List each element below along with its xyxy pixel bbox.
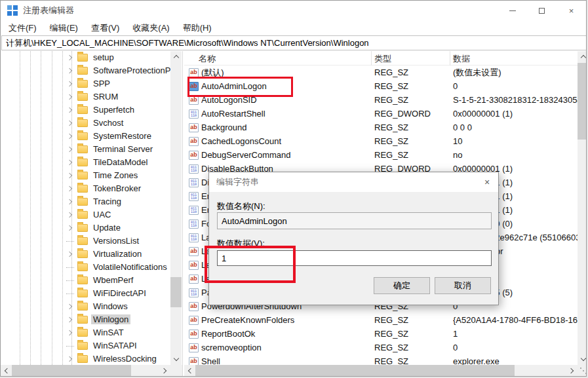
tree-item-label: WiFiDirectAPI [91,288,148,298]
chevron-down-icon [173,356,178,361]
scroll-left-button[interactable] [184,365,195,376]
menu-item-edit[interactable]: 编辑(E) [43,20,85,35]
chevron-right-icon[interactable] [67,330,72,335]
ok-button[interactable]: 确定 [374,277,430,294]
registry-value-row[interactable]: abCachedLogonsCountREG_SZ10 [184,134,578,148]
tree-item-winlogon[interactable]: Winlogon [1,313,170,326]
tree-item-wirelessdocking[interactable]: WirelessDocking [1,352,170,366]
menu-item-view[interactable]: 查看(V) [85,20,126,35]
tree-horizontal-scrollbar[interactable] [1,365,170,376]
chevron-right-icon[interactable] [67,173,72,178]
menu-item-favorites[interactable]: 收藏夹(A) [126,20,176,35]
scroll-left-button[interactable] [1,365,12,376]
menu-item-file[interactable]: 文件(F) [2,20,43,35]
column-separator[interactable] [371,51,372,66]
string-value-icon: ab [189,302,199,311]
close-button[interactable]: × [557,1,586,20]
tree-item-terminal-server[interactable]: Terminal Server [1,143,170,156]
chevron-right-icon[interactable] [67,94,72,100]
tree-item-update[interactable]: Update [1,221,170,235]
tree-item-srum[interactable]: SRUM [1,90,170,104]
registry-value-row[interactable]: abDebugServerCommandREG_SZno [184,148,578,162]
registry-editor-app-icon [7,5,18,16]
chevron-right-icon[interactable] [67,212,72,217]
address-bar-input[interactable] [1,35,587,50]
resize-grip[interactable] [578,365,586,376]
registry-value-row[interactable]: abReportBootOkREG_SZ1 [184,327,578,341]
chevron-right-icon[interactable] [67,160,72,165]
scroll-up-button[interactable] [578,51,586,62]
value-type: REG_SZ [374,136,453,146]
cancel-button[interactable]: 取消 [435,277,491,294]
chevron-right-icon[interactable] [67,186,72,191]
folder-icon [77,290,88,297]
menu-item-help[interactable]: 帮助(H) [176,20,218,35]
chevron-right-icon[interactable] [67,107,72,113]
tree-item-wifidirectapi[interactable]: WiFiDirectAPI [1,287,170,300]
scroll-down-button[interactable] [170,354,182,365]
tree-item-time-zones[interactable]: Time Zones [1,169,170,182]
registry-value-row[interactable]: abscremoveoptionREG_SZ0 [184,341,578,354]
chevron-right-icon[interactable] [67,304,72,309]
tree-item-wbemperf[interactable]: WbemPerf [1,274,170,287]
title-bar: 注册表编辑器 × [1,1,586,20]
chevron-right-icon[interactable] [67,252,72,257]
tree-item-winsat[interactable]: WinSAT [1,326,170,339]
list-vscroll-thumb[interactable] [578,63,586,140]
tree-item-versionslist[interactable]: VersionsList [1,235,170,248]
tree-item-spp[interactable]: SPP [1,77,170,90]
chevron-right-icon[interactable] [67,356,72,362]
tree-vertical-scrollbar[interactable] [170,51,182,365]
registry-value-row[interactable]: 011 110AutoRestartShellREG_DWORD0x000000… [184,107,578,121]
folder-icon [77,211,88,219]
tree-item-label: setup [91,52,116,62]
list-horizontal-scrollbar[interactable] [184,365,578,376]
chevron-right-icon[interactable] [67,121,72,126]
chevron-right-icon[interactable] [67,317,72,322]
tree-item-softwareprotectionplatform[interactable]: SoftwareProtectionPlatform [1,64,170,77]
list-vertical-scrollbar[interactable] [578,51,586,365]
maximize-button[interactable] [527,1,557,20]
registry-value-row[interactable]: abBackgroundREG_SZ0 0 0 [184,121,578,134]
chevron-right-icon[interactable] [67,134,72,139]
tree-item-tokenbroker[interactable]: TokenBroker [1,182,170,195]
scroll-right-button[interactable] [566,365,578,376]
folder-icon [77,355,88,363]
list-hscroll-thumb[interactable] [195,365,515,376]
tree-item-systemrestore[interactable]: SystemRestore [1,130,170,143]
tree-item-label: SystemRestore [91,131,153,141]
tree-vscroll-thumb[interactable] [170,277,182,307]
scroll-right-button[interactable] [159,365,170,376]
tree-item-winsatapi[interactable]: WinSATAPI [1,339,170,352]
column-separator[interactable] [450,51,450,66]
tree-item-uac[interactable]: UAC [1,208,170,221]
folder-icon [77,329,88,337]
string-value-icon: ab [189,68,199,77]
value-name-field[interactable] [217,212,492,229]
chevron-right-icon[interactable] [67,81,72,86]
chevron-right-icon[interactable] [67,225,72,231]
value-name: DebugServerCommand [201,150,374,160]
tree-item-setup[interactable]: setup [1,51,170,64]
chevron-right-icon[interactable] [67,199,72,204]
chevron-right-icon[interactable] [67,147,72,152]
tree-item-svchost[interactable]: Svchost [1,117,170,130]
registry-value-row[interactable]: abPreCreateKnownFoldersREG_SZ{A520A1A4-1… [184,313,578,327]
minimize-button[interactable] [498,1,527,20]
scroll-up-button[interactable] [170,51,182,62]
tree-item-tiledatamodel[interactable]: TileDataModel [1,156,170,169]
column-header-data[interactable]: 数据 [453,53,470,65]
dword-value-icon: 011 110 [189,164,199,174]
tree-item-virtualization[interactable]: Virtualization [1,248,170,261]
tree-item-superfetch[interactable]: Superfetch [1,104,170,117]
chevron-right-icon[interactable] [67,68,72,73]
column-header-type[interactable]: 类型 [374,53,391,65]
dialog-close-button[interactable]: × [476,172,498,192]
tree-item-windows[interactable]: Windows [1,300,170,313]
chevron-right-icon[interactable] [67,55,72,60]
tree-item-tracing[interactable]: Tracing [1,195,170,208]
scroll-down-button[interactable] [578,354,586,365]
column-header-name[interactable]: 名称 [199,53,216,65]
tree-item-volatilenotifications[interactable]: VolatileNotifications [1,261,170,274]
tree-hscroll-thumb[interactable] [12,365,131,376]
